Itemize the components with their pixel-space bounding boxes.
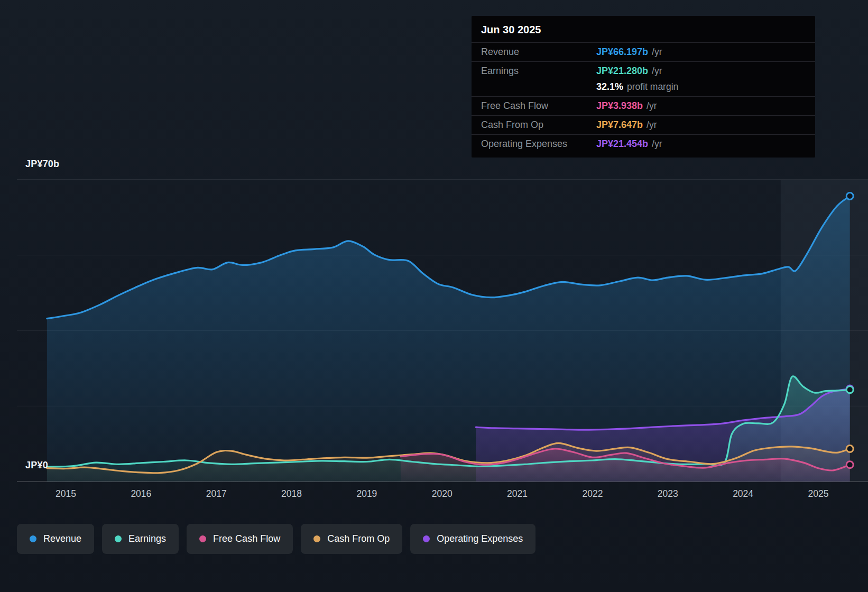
free-cash-flow-endpoint	[846, 461, 853, 468]
legend-label-operating-expenses: Operating Expenses	[437, 533, 523, 544]
legend-label-revenue: Revenue	[43, 533, 81, 544]
x-axis-label-2018: 2018	[281, 488, 302, 500]
tooltip-value-operating-expenses: JP¥21.454b	[596, 138, 648, 149]
x-axis-label-2019: 2019	[356, 488, 377, 500]
tooltip-suffix-cash-from-op: /yr	[647, 119, 657, 130]
x-axis: 2015201620172018201920202021202220232024…	[0, 488, 868, 504]
tooltip-label-operating-expenses: Operating Expenses	[481, 138, 596, 150]
x-axis-label-2023: 2023	[658, 488, 678, 500]
tooltip-row-operating-expenses: Operating Expenses JP¥21.454b/yr	[472, 134, 815, 153]
y-axis-label-zero: JP¥0	[25, 460, 48, 471]
legend-item-free-cash-flow[interactable]: Free Cash Flow	[187, 524, 293, 554]
legend-item-earnings[interactable]: Earnings	[102, 524, 179, 554]
tooltip-suffix-profit-margin: profit margin	[627, 81, 678, 92]
tooltip-suffix-earnings: /yr	[652, 66, 662, 76]
tooltip-suffix-free-cash-flow: /yr	[647, 100, 657, 111]
tooltip-date: Jun 30 2025	[472, 16, 815, 42]
earnings-endpoint	[846, 386, 853, 393]
x-axis-label-2022: 2022	[582, 488, 603, 500]
tooltip-value-revenue: JP¥66.197b	[596, 47, 648, 57]
x-axis-label-2025: 2025	[808, 488, 828, 500]
tooltip-row-free-cash-flow: Free Cash Flow JP¥3.938b/yr	[472, 96, 815, 115]
cash-from-op-endpoint	[846, 446, 853, 452]
x-axis-label-2015: 2015	[56, 488, 76, 500]
chart-tooltip: Jun 30 2025 Revenue JP¥66.197b/yr Earnin…	[472, 16, 815, 158]
tooltip-value-cash-from-op: JP¥7.647b	[596, 119, 643, 130]
x-axis-label-2017: 2017	[206, 488, 227, 500]
tooltip-value-free-cash-flow: JP¥3.938b	[596, 100, 643, 111]
legend-label-cash-from-op: Cash From Op	[327, 533, 390, 544]
tooltip-label-earnings: Earnings	[481, 66, 596, 77]
tooltip-value-earnings: JP¥21.280b	[596, 66, 648, 76]
x-axis-label-2020: 2020	[432, 488, 453, 500]
earnings-dot-icon	[115, 535, 122, 542]
tooltip-row-cash-from-op: Cash From Op JP¥7.647b/yr	[472, 115, 815, 134]
tooltip-value-profit-margin: 32.1%	[596, 81, 623, 92]
tooltip-label-free-cash-flow: Free Cash Flow	[481, 100, 596, 112]
tooltip-row-revenue: Revenue JP¥66.197b/yr	[472, 42, 815, 61]
revenue-dot-icon	[30, 535, 36, 542]
cash-from-op-dot-icon	[313, 535, 320, 542]
tooltip-row-earnings: Earnings JP¥21.280b/yr	[472, 61, 815, 80]
x-axis-label-2024: 2024	[733, 488, 753, 500]
y-axis-label-max: JP¥70b	[25, 159, 59, 170]
x-axis-label-2021: 2021	[507, 488, 528, 500]
tooltip-label-revenue: Revenue	[481, 47, 596, 58]
operating-expenses-dot-icon	[423, 535, 430, 542]
tooltip-label-cash-from-op: Cash From Op	[481, 119, 596, 131]
tooltip-row-profit-margin: 32.1%profit margin	[472, 80, 815, 96]
legend-label-earnings: Earnings	[128, 533, 166, 544]
tooltip-suffix-operating-expenses: /yr	[652, 138, 662, 149]
legend-item-operating-expenses[interactable]: Operating Expenses	[410, 524, 535, 554]
legend-item-revenue[interactable]: Revenue	[17, 524, 94, 554]
legend-label-free-cash-flow: Free Cash Flow	[213, 533, 280, 544]
free-cash-flow-dot-icon	[199, 535, 206, 542]
tooltip-suffix-revenue: /yr	[652, 47, 662, 57]
legend-item-cash-from-op[interactable]: Cash From Op	[301, 524, 402, 554]
legend: Revenue Earnings Free Cash Flow Cash Fro…	[17, 524, 535, 554]
revenue-endpoint	[846, 193, 853, 200]
x-axis-label-2016: 2016	[131, 488, 151, 500]
